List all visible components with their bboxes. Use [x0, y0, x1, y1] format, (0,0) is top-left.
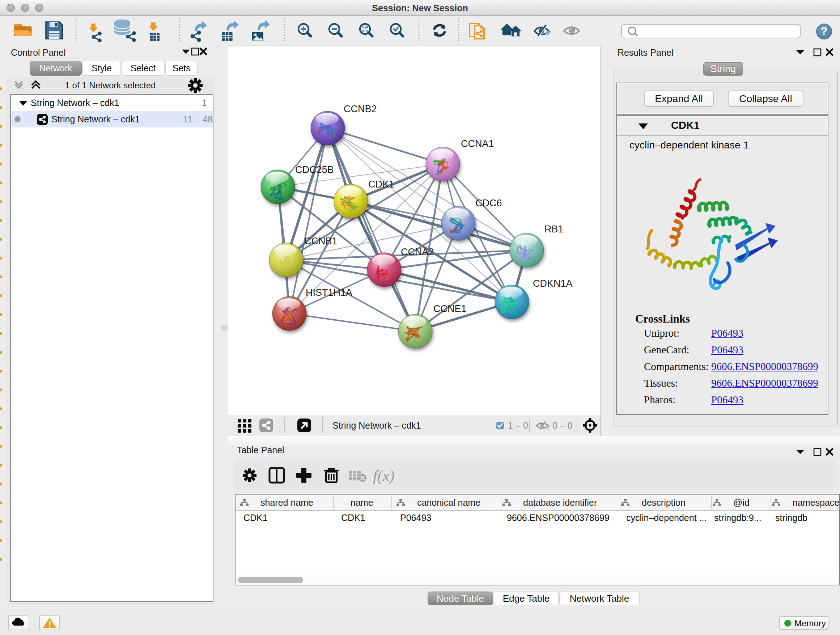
svg-text:RB1: RB1 [545, 224, 564, 234]
svg-text:database identifier: database identifier [523, 497, 597, 508]
svg-text:namespace: namespace [793, 497, 839, 508]
svg-text:String Network – cdk1: String Network – cdk1 [332, 420, 421, 431]
svg-text:shared name: shared name [261, 497, 313, 508]
svg-text:0 – 0: 0 – 0 [553, 420, 573, 431]
svg-text:description: description [642, 497, 685, 508]
svg-text:CDC6: CDC6 [475, 198, 502, 209]
svg-text:CDK1: CDK1 [368, 179, 394, 190]
svg-text:name: name [351, 497, 373, 508]
svg-text:@id: @id [733, 497, 750, 508]
svg-text:CCNE1: CCNE1 [433, 303, 467, 314]
svg-text:CCNB1: CCNB1 [304, 236, 338, 247]
svg-text:CCNA1: CCNA1 [461, 138, 494, 149]
svg-text:CCNA2: CCNA2 [401, 247, 434, 257]
svg-text:CDKN1A: CDKN1A [533, 278, 573, 289]
svg-text:1 – 0: 1 – 0 [508, 420, 528, 431]
svg-text:f(x): f(x) [373, 467, 395, 485]
svg-text:CDC25B: CDC25B [295, 165, 334, 175]
svg-text:HIST1H1A: HIST1H1A [306, 287, 352, 298]
svg-text:CCNB2: CCNB2 [344, 103, 377, 114]
svg-text:canonical name: canonical name [417, 497, 480, 508]
